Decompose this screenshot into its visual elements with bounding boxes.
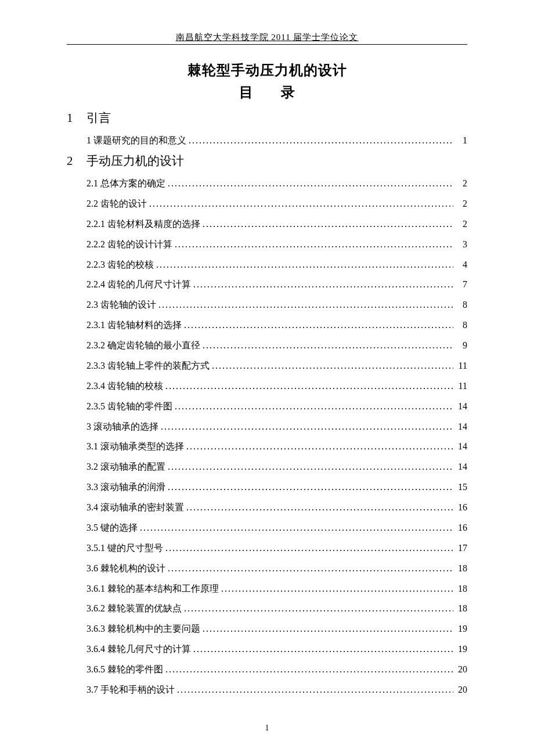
toc-entry-page: 18 [456,599,467,619]
toc-leader-dots [168,457,453,477]
toc-leader-dots [149,194,453,214]
toc-leader-dots [165,376,453,397]
toc-leader-dots [186,498,453,518]
toc-leader-dots [184,315,453,336]
toc-leader-dots [221,579,453,599]
toc-entry-page: 2 [456,194,467,214]
toc-leader-dots [168,477,453,498]
toc-group: 1 课题研究的目的和意义 1 [86,131,467,151]
toc-entry-page: 16 [456,498,467,518]
toc-leader-dots [161,417,453,437]
toc-entry: 3.6 棘轮机构的设计18 [86,559,467,579]
toc-entry-page: 16 [456,518,467,538]
toc-entry: 3.6.1 棘轮的基本结构和工作原理18 [86,579,467,599]
toc-entry-text: 2.1 总体方案的确定 [86,174,165,194]
toc-entry-page: 20 [456,680,467,700]
toc-leader-dots [168,559,453,579]
toc-leader-dots [168,174,453,194]
toc-leader-dots [203,336,453,356]
toc-entry: 2.2.2 齿轮的设计计算3 [86,235,467,255]
toc-entry-text: 3.1 滚动轴承类型的选择 [86,437,184,457]
toc-entry-page: 20 [456,660,467,680]
toc-entry-text: 2.3.1 齿轮轴材料的选择 [86,315,182,336]
toc-entry: 3.7 手轮和手柄的设计20 [86,680,467,700]
toc-leader-dots [203,619,453,639]
toc-entry: 2.2.1 齿轮材料及精度的选择2 [86,214,467,235]
section-number: 1 [67,109,86,128]
toc-entry-page: 19 [456,639,467,660]
toc-leader-dots [158,295,453,315]
toc-entry: 3.6.5 棘轮的零件图20 [86,660,467,680]
toc-entry: 2.1 总体方案的确定2 [86,174,467,194]
toc-heading-left: 目 [239,84,253,100]
toc-entry-page: 2 [456,214,467,235]
toc-entry-page: 2 [456,174,467,194]
toc-entry: 2.3.3 齿轮轴上零件的装配方式11 [86,356,467,376]
toc-entry: 3.5 键的选择16 [86,518,467,538]
toc-entry: 3 滚动轴承的选择14 [86,417,467,437]
page-number: 1 [0,723,534,733]
toc-entry: 3.6.4 棘轮几何尺寸的计算19 [86,639,467,660]
toc-entry-page: 3 [456,235,467,255]
toc-leader-dots [177,680,453,700]
toc-entry: 3.4 滚动轴承的密封装置16 [86,498,467,518]
toc-entry-text: 3.6.4 棘轮几何尺寸的计算 [86,639,191,660]
toc-entry-page: 14 [456,457,467,477]
toc-leader-dots [212,356,453,376]
toc-entry-text: 3.6.3 棘轮机构中的主要问题 [86,619,200,639]
toc-entry-page: 11 [456,356,467,376]
toc-entry-page: 18 [456,559,467,579]
toc-entry-text: 3.6.2 棘轮装置的优缺点 [86,599,182,619]
toc-entry-text: 3.4 滚动轴承的密封装置 [86,498,184,518]
toc-entry-page: 7 [456,275,467,295]
section-number: 2 [67,152,86,171]
section-label: 手动压力机的设计 [86,152,184,171]
toc-entry-text: 2.3.5 齿轮轴的零件图 [86,397,172,417]
toc-entry-page: 4 [456,255,467,275]
toc-entry-text: 3.5 键的选择 [86,518,138,538]
toc-entry-text: 3.2 滚动轴承的配置 [86,457,165,477]
toc-leader-dots [165,660,453,680]
section-heading: 1 引言 [67,109,467,128]
running-header: 南昌航空大学科技学院 2011 届学士学位论文 [67,32,467,43]
toc-leader-dots [165,538,453,559]
toc-leader-dots [175,397,453,417]
toc-entry: 2.3.4 齿轮轴的校核11 [86,376,467,397]
toc-entry-text: 2.2 齿轮的设计 [86,194,147,214]
toc-entry-text: 3.6.5 棘轮的零件图 [86,660,163,680]
toc-leader-dots [193,639,453,660]
toc-entry-text: 2.2.1 齿轮材料及精度的选择 [86,214,200,235]
toc-leader-dots [193,275,453,295]
toc-entry-text: 2.2.4 齿轮的几何尺寸计算 [86,275,191,295]
toc-group: 2.1 总体方案的确定2 2.2 齿轮的设计2 2.2.1 齿轮材料及精度的选择… [86,174,467,700]
toc-entry: 3.2 滚动轴承的配置14 [86,457,467,477]
toc-entry: 3.3 滚动轴承的润滑15 [86,477,467,498]
toc-entry-text: 3.5.1 键的尺寸型号 [86,538,163,559]
toc-entry-page: 14 [456,397,467,417]
toc-entry-page: 18 [456,579,467,599]
toc-entry: 3.5.1 键的尺寸型号17 [86,538,467,559]
toc-entry: 2.3.2 确定齿轮轴的最小直径9 [86,336,467,356]
toc-entry-page: 17 [456,538,467,559]
toc-entry-page: 8 [456,315,467,336]
toc-entry: 2.3 齿轮轴的设计8 [86,295,467,315]
toc-entry-page: 14 [456,437,467,457]
toc-entry-text: 3.7 手轮和手柄的设计 [86,680,175,700]
section-heading: 2 手动压力机的设计 [67,152,467,171]
toc-leader-dots [186,437,453,457]
toc-entry: 2.2.3 齿轮的校核4 [86,255,467,275]
toc-entry-text: 2.3.4 齿轮轴的校核 [86,376,163,397]
toc-entry-page: 11 [456,376,467,397]
toc-entry: 2.3.5 齿轮轴的零件图14 [86,397,467,417]
toc-leader-dots [140,518,453,538]
toc-entry-page: 14 [456,417,467,437]
toc-heading-right: 录 [281,84,295,100]
toc-entry-text: 3.6 棘轮机构的设计 [86,559,165,579]
toc-entry-text: 3.6.1 棘轮的基本结构和工作原理 [86,579,219,599]
toc-entry: 3.1 滚动轴承类型的选择14 [86,437,467,457]
page: 南昌航空大学科技学院 2011 届学士学位论文 棘轮型手动压力机的设计 目录 1… [0,0,534,756]
toc-entry-text: 1 课题研究的目的和意义 [86,131,186,151]
toc-heading: 目录 [67,83,467,102]
section-label: 引言 [86,109,111,128]
toc-leader-dots [189,131,453,151]
